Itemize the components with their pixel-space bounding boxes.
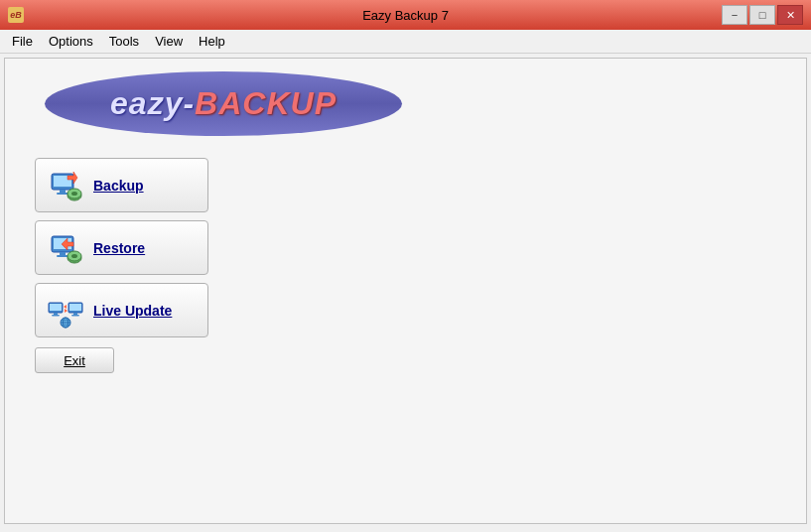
svg-rect-21: [71, 315, 79, 317]
button-panel: Backup Restore: [35, 158, 208, 337]
menu-view[interactable]: View: [147, 32, 191, 51]
window-title: Eazy Backup 7: [362, 8, 449, 23]
svg-rect-17: [52, 315, 60, 317]
backup-button[interactable]: Backup: [35, 158, 208, 212]
svg-point-6: [71, 192, 77, 196]
menu-help[interactable]: Help: [191, 32, 233, 51]
backup-icon: [48, 168, 83, 203]
svg-point-13: [71, 254, 77, 258]
svg-rect-15: [50, 304, 62, 311]
menu-options[interactable]: Options: [41, 32, 101, 51]
main-content: eazy-BACKUP: [4, 58, 807, 524]
app-logo: eazy-BACKUP: [45, 68, 402, 138]
backup-label: Backup: [93, 178, 144, 194]
menu-bar: File Options Tools View Help: [0, 30, 811, 54]
logo-container: eazy-BACKUP: [45, 68, 806, 138]
liveupdate-icon: [48, 293, 83, 329]
exit-label: Exit: [64, 353, 85, 368]
restore-button[interactable]: Restore: [35, 220, 208, 275]
logo-eazy: eazy-: [110, 85, 195, 121]
menu-tools[interactable]: Tools: [101, 32, 147, 51]
svg-rect-9: [60, 252, 66, 255]
exit-button[interactable]: Exit: [35, 347, 114, 373]
svg-rect-10: [57, 255, 68, 257]
window-controls: − □ ✕: [722, 5, 803, 25]
menu-file[interactable]: File: [4, 32, 41, 51]
app-icon: eB: [8, 7, 24, 23]
close-button[interactable]: ✕: [777, 5, 803, 25]
logo-backup: BACKUP: [195, 85, 337, 121]
liveupdate-button[interactable]: Live Update: [35, 283, 208, 337]
svg-rect-20: [73, 313, 77, 315]
svg-rect-3: [57, 193, 68, 195]
title-bar-left: eB: [8, 7, 24, 23]
liveupdate-label: Live Update: [93, 303, 172, 319]
minimize-button[interactable]: −: [722, 5, 747, 25]
title-bar: eB Eazy Backup 7 − □ ✕: [0, 0, 811, 30]
maximize-button[interactable]: □: [749, 5, 775, 25]
restore-label: Restore: [93, 240, 145, 256]
logo-text: eazy-BACKUP: [110, 85, 337, 122]
svg-rect-16: [54, 313, 58, 315]
svg-rect-19: [69, 304, 81, 311]
restore-icon: [48, 230, 83, 266]
svg-rect-2: [60, 190, 66, 193]
